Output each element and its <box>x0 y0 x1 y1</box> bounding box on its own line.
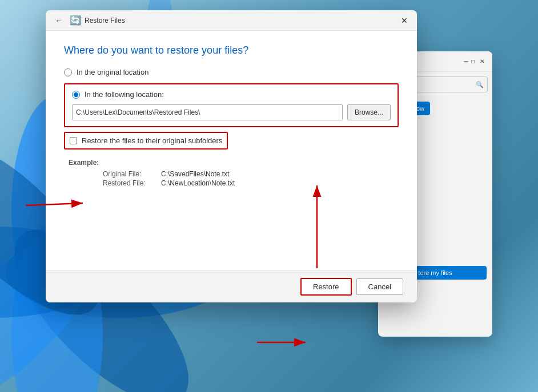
location-path-input[interactable] <box>72 104 343 120</box>
dialog-heading: Where do you want to restore your files? <box>64 45 399 56</box>
location-input-row: Browse... <box>72 104 391 120</box>
dialog-title: Restore Files <box>85 17 125 25</box>
dialog-back-button[interactable]: ← <box>53 15 65 26</box>
back-icon: ← <box>55 16 63 25</box>
dialog-titlebar: ← 🔄 Restore Files ✕ <box>46 10 417 31</box>
example-restored-row: Restored File: C:\NewLocation\Note.txt <box>103 179 399 187</box>
example-original-row: Original File: C:\SavedFiles\Note.txt <box>103 170 399 178</box>
example-original-key: Original File: <box>103 170 154 178</box>
radio-option-original[interactable]: In the original location <box>64 68 399 76</box>
restore-button[interactable]: Restore <box>300 278 352 296</box>
bg-close-btn[interactable]: ✕ <box>479 58 485 65</box>
example-original-value: C:\SavedFiles\Note.txt <box>161 170 229 178</box>
example-heading: Example: <box>69 159 399 167</box>
radio-following-label: In the following location: <box>85 90 164 99</box>
subfolder-row[interactable]: Restore the files to their original subf… <box>64 132 228 149</box>
bg-minimize-btn[interactable]: ─ <box>463 58 469 65</box>
example-restored-key: Restored File: <box>103 179 154 187</box>
subfolder-checkbox[interactable] <box>70 137 77 144</box>
restore-files-dialog: ← 🔄 Restore Files ✕ Where do you want to… <box>46 10 417 302</box>
subfolder-label: Restore the files to their original subf… <box>82 136 222 145</box>
radio-original-label: In the original location <box>77 68 148 76</box>
search-icon: 🔍 <box>476 81 484 88</box>
example-restored-value: C:\NewLocation\Note.txt <box>161 179 235 187</box>
example-table: Original File: C:\SavedFiles\Note.txt Re… <box>69 170 399 187</box>
bg-maximize-btn[interactable]: □ <box>469 58 476 65</box>
dialog-footer: Restore Cancel <box>46 270 417 302</box>
dialog-close-button[interactable]: ✕ <box>396 13 412 29</box>
location-box-header: In the following location: <box>72 90 391 99</box>
location-box: In the following location: Browse... <box>64 83 399 127</box>
cancel-button[interactable]: Cancel <box>356 278 403 295</box>
browse-button[interactable]: Browse... <box>347 104 391 120</box>
dialog-icon: 🔄 <box>70 15 81 26</box>
example-section: Example: Original File: C:\SavedFiles\No… <box>64 159 399 187</box>
radio-following-input[interactable] <box>72 91 80 99</box>
dialog-body: Where do you want to restore your files?… <box>46 31 417 270</box>
radio-original-input[interactable] <box>64 68 72 76</box>
